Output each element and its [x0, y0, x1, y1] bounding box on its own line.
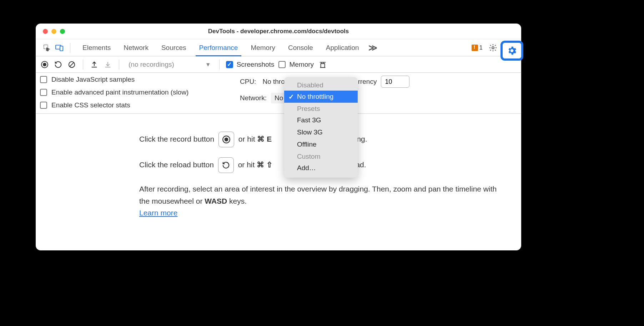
- dropdown-item-offline[interactable]: Offline: [284, 138, 358, 151]
- capture-settings-panel: Disable JavaScript samples Enable advanc…: [36, 73, 521, 114]
- collect-garbage-button[interactable]: [318, 60, 327, 69]
- titlebar: DevTools - developer.chrome.com/docs/dev…: [36, 24, 521, 39]
- hardware-concurrency-input[interactable]: [381, 76, 409, 88]
- instruction-text: Click the reload button: [139, 161, 216, 169]
- close-window-button[interactable]: [43, 29, 48, 34]
- tab-performance[interactable]: Performance: [193, 39, 245, 56]
- divider: [219, 60, 220, 70]
- screenshots-label: Screenshots: [237, 61, 275, 68]
- learn-more-link[interactable]: Learn more: [139, 209, 177, 217]
- instruction-text: keys.: [227, 197, 247, 205]
- instruction-text: After recording, select an area of inter…: [139, 185, 497, 205]
- tab-network[interactable]: Network: [117, 39, 155, 56]
- instruction-text: or hit: [238, 135, 257, 143]
- tab-elements[interactable]: Elements: [76, 39, 117, 56]
- record-icon: [218, 132, 234, 147]
- css-selector-checkbox[interactable]: [40, 102, 47, 109]
- tab-application[interactable]: Application: [320, 39, 366, 56]
- reload-record-button[interactable]: [54, 60, 63, 69]
- tab-console[interactable]: Console: [282, 39, 320, 56]
- dropdown-item-slow-3g[interactable]: Slow 3G: [284, 126, 358, 138]
- maximize-window-button[interactable]: [60, 29, 65, 34]
- tab-memory[interactable]: Memory: [244, 39, 282, 56]
- minimize-window-button[interactable]: [51, 29, 56, 34]
- capture-settings-button[interactable]: [500, 41, 523, 61]
- disable-js-label: Disable JavaScript samples: [51, 76, 135, 83]
- window-title: DevTools - developer.chrome.com/docs/dev…: [36, 28, 521, 35]
- divider: [70, 43, 70, 53]
- svg-point-8: [43, 63, 46, 66]
- issues-count: 1: [479, 44, 483, 51]
- advanced-paint-checkbox[interactable]: [40, 89, 47, 96]
- dropdown-item-no-throttling[interactable]: No throttling: [284, 91, 358, 103]
- divider: [83, 60, 83, 70]
- devtools-window: DevTools - developer.chrome.com/docs/dev…: [36, 24, 521, 250]
- css-selector-label: Enable CSS selector stats: [51, 101, 130, 109]
- upload-profile-button[interactable]: [90, 60, 99, 69]
- instructions: Click the record button or hit ⌘ E _____…: [36, 114, 521, 250]
- memory-label: Memory: [289, 61, 314, 68]
- device-toggle-icon[interactable]: [55, 43, 64, 52]
- advanced-paint-label: Enable advanced paint instrumentation (s…: [51, 88, 188, 96]
- record-button[interactable]: [40, 60, 49, 69]
- network-label: Network:: [240, 94, 267, 102]
- instruction-text: or hit: [238, 161, 257, 169]
- memory-checkbox[interactable]: [278, 61, 286, 68]
- divider: [119, 60, 119, 70]
- screenshots-checkbox[interactable]: [226, 61, 233, 68]
- dropdown-group-custom: Custom: [284, 151, 358, 162]
- disable-js-checkbox[interactable]: [40, 76, 47, 83]
- traffic-lights: [43, 29, 65, 34]
- clear-button[interactable]: [67, 60, 76, 69]
- performance-toolbar: (no recordings) ▾ Screenshots Memory: [36, 56, 521, 73]
- dropdown-group-disabled: Disabled: [284, 79, 358, 91]
- tab-sources[interactable]: Sources: [155, 39, 193, 56]
- cpu-label: CPU:: [240, 78, 256, 86]
- svg-point-3: [492, 47, 494, 49]
- recordings-select[interactable]: (no recordings) ▾: [126, 60, 213, 68]
- tabs-bar: Elements Network Sources Performance Mem…: [36, 39, 521, 56]
- tabs-overflow[interactable]: ≫: [366, 39, 380, 56]
- dropdown-item-add[interactable]: Add…: [284, 162, 358, 174]
- dropdown-group-presets: Presets: [284, 103, 358, 114]
- kbd-shortcut: ⌘ ⇧: [257, 161, 273, 169]
- recordings-label: (no recordings): [129, 61, 174, 68]
- network-throttling-dropdown: Disabled No throttling Presets Fast 3G S…: [284, 77, 358, 178]
- svg-point-11: [224, 138, 228, 142]
- issues-badge[interactable]: 1: [472, 44, 483, 51]
- download-profile-button[interactable]: [103, 60, 112, 69]
- reload-icon: [218, 157, 234, 173]
- warning-icon: [472, 45, 478, 51]
- inspect-icon[interactable]: [42, 43, 51, 52]
- settings-gear-icon[interactable]: [488, 43, 498, 52]
- dropdown-item-fast-3g[interactable]: Fast 3G: [284, 114, 358, 126]
- svg-rect-2: [60, 46, 63, 51]
- chevron-down-icon: ▾: [206, 60, 210, 68]
- instruction-text: Click the record button: [139, 135, 216, 143]
- wasd-text: WASD: [205, 197, 227, 205]
- kbd-shortcut: ⌘ E: [257, 135, 272, 143]
